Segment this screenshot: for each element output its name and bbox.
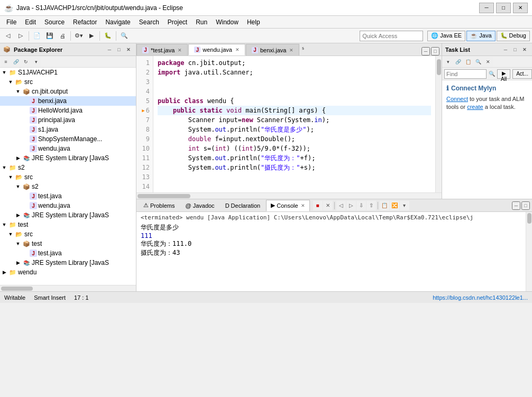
tab-javadoc[interactable]: @ Javadoc	[180, 200, 219, 211]
editor-maximize[interactable]: □	[431, 47, 439, 56]
toolbar-print[interactable]: 🖨	[57, 30, 68, 42]
close-task[interactable]: ✕	[520, 45, 529, 54]
tab-more[interactable]: ⁵	[300, 45, 306, 53]
tab-close-icon[interactable]: ✕	[289, 48, 293, 53]
list-item[interactable]: ▼ 📦 s2	[0, 182, 136, 191]
list-item[interactable]: J wendu.java	[0, 201, 136, 210]
list-item[interactable]: ▼ 📦 cn.jbit.output	[0, 87, 136, 96]
list-item[interactable]: ▼ 📂 src	[0, 229, 136, 239]
toolbar-debug[interactable]: 🐛	[102, 30, 114, 42]
list-item[interactable]: J test.java	[0, 191, 136, 201]
tab-problems[interactable]: ⚠ Problems	[139, 200, 179, 211]
maximize-panel-btn[interactable]: □	[115, 45, 123, 54]
list-item[interactable]: J test.java	[0, 248, 136, 258]
persp-debug[interactable]: 🐛 Debug	[497, 31, 530, 41]
window-controls[interactable]: ─ □ ✕	[479, 3, 528, 13]
tab-close-icon[interactable]: ✕	[301, 203, 305, 208]
minimize-task[interactable]: ─	[501, 45, 510, 54]
console-tb-stop[interactable]: ■	[313, 201, 323, 210]
task-tb-2[interactable]: 🔗	[453, 57, 463, 67]
ptb-more[interactable]: ▾	[31, 57, 41, 67]
persp-java[interactable]: ☕ Java	[466, 31, 495, 41]
toolbar-search[interactable]: 🔍	[118, 30, 130, 42]
menu-run[interactable]: Run	[191, 16, 212, 28]
persp-java-ee[interactable]: 🌐 Java EE	[427, 31, 465, 41]
list-item[interactable]: J s1.java	[0, 125, 136, 134]
tab-test-java[interactable]: J *test.java ✕	[136, 44, 188, 56]
code-editor[interactable]: package cn.jbit.output; import java.util…	[153, 56, 435, 192]
list-item[interactable]: J ShopSystemManage...	[0, 134, 136, 144]
menu-search[interactable]: Search	[135, 16, 163, 28]
connect-link[interactable]: Connect	[446, 96, 468, 102]
find-input[interactable]	[444, 69, 487, 79]
console-tb-6[interactable]: 🔀	[390, 201, 399, 210]
tab-benxi-java[interactable]: J benxi.java ✕	[246, 44, 300, 56]
list-item[interactable]: ▶ 📁 wendu	[0, 267, 136, 277]
list-item[interactable]: ▶ 📚 JRE System Library [JavaS	[0, 153, 136, 163]
package-explorer-hscroll[interactable]	[0, 285, 136, 291]
bottom-maximize[interactable]: □	[521, 201, 530, 210]
list-item[interactable]: ▼ 📁 s2	[0, 163, 136, 172]
act-button[interactable]: Act...	[512, 69, 532, 79]
maximize-task[interactable]: □	[511, 45, 519, 54]
tab-close-icon[interactable]: ✕	[178, 48, 182, 53]
tab-declaration[interactable]: D Declaration	[221, 200, 265, 211]
console-text[interactable]: <terminated> wendu [Java Application] C:…	[136, 212, 526, 291]
toolbar-btn-2[interactable]: ▷	[15, 30, 26, 42]
tab-wendu-java[interactable]: J wendu.java ✕	[188, 44, 245, 56]
console-tb-2[interactable]: ▷	[346, 201, 356, 210]
list-item[interactable]: ▼ 📁 S1JAVACHP1	[0, 68, 136, 77]
list-item[interactable]: ▼ 📂 src	[0, 77, 136, 87]
quick-access-input[interactable]	[360, 31, 423, 41]
close-button[interactable]: ✕	[513, 3, 528, 13]
menu-navigate[interactable]: Navigate	[101, 16, 134, 28]
editor-hscroll[interactable]	[136, 192, 442, 199]
list-item[interactable]: J wendu.java	[0, 144, 136, 153]
menu-edit[interactable]: Edit	[21, 16, 40, 28]
menu-project[interactable]: Project	[163, 16, 191, 28]
minimize-button[interactable]: ─	[479, 3, 494, 13]
ptb-collapse[interactable]: ≡	[1, 57, 11, 67]
toolbar-btn-1[interactable]: ◁	[2, 30, 14, 42]
tab-close-icon[interactable]: ✕	[235, 47, 240, 52]
menu-source[interactable]: Source	[40, 16, 69, 28]
editor-minimize[interactable]: ─	[421, 47, 430, 56]
console-vscroll[interactable]	[526, 212, 532, 291]
menu-refactor[interactable]: Refactor	[69, 16, 101, 28]
task-tb-3[interactable]: 📋	[463, 57, 473, 67]
menu-window[interactable]: Window	[212, 16, 243, 28]
task-tb-1[interactable]: ▾	[443, 57, 453, 67]
menu-help[interactable]: Help	[243, 16, 264, 28]
list-item[interactable]: ▼ 📁 test	[0, 220, 136, 229]
editor-vscroll[interactable]	[435, 56, 442, 192]
toolbar-run[interactable]: ▶	[86, 30, 97, 42]
list-item[interactable]: ▼ 📦 test	[0, 239, 136, 248]
maximize-button[interactable]: □	[496, 3, 511, 13]
create-link[interactable]: create	[467, 104, 483, 110]
ptb-refresh[interactable]: ↻	[21, 57, 31, 67]
list-item[interactable]: J HelloWorld.java	[0, 106, 136, 115]
list-item[interactable]: J principal.java	[0, 115, 136, 125]
bottom-minimize[interactable]: ─	[512, 201, 520, 210]
ptb-link[interactable]: 🔗	[11, 57, 21, 67]
close-panel-btn[interactable]: ✕	[124, 45, 133, 54]
console-tb-5[interactable]: 📋	[380, 201, 389, 210]
list-item[interactable]: ▼ 📂 src	[0, 172, 136, 182]
toolbar-run-dropdown[interactable]: ⚙▾	[73, 30, 85, 42]
menu-file[interactable]: File	[2, 16, 21, 28]
list-item[interactable]: ▶ 📚 JRE System Library [JavaS	[0, 258, 136, 267]
list-item[interactable]: ▶ 📚 JRE System Library [JavaS	[0, 210, 136, 220]
toolbar-save[interactable]: 💾	[44, 30, 56, 42]
task-tb-4[interactable]: 🔍	[473, 57, 483, 67]
toolbar-new[interactable]: 📄	[31, 30, 43, 42]
list-item[interactable]: J benxi.java	[0, 96, 136, 106]
tab-console[interactable]: ▶ Console ✕	[266, 200, 309, 211]
minimize-panel-btn[interactable]: ─	[105, 45, 114, 54]
console-tb-7[interactable]: ▾	[400, 201, 409, 210]
console-tb-3[interactable]: ⇩	[356, 201, 366, 210]
task-tb-5[interactable]: ✕	[483, 57, 493, 67]
console-tb-1[interactable]: ◁	[336, 201, 346, 210]
all-button[interactable]: ▶ All	[497, 69, 510, 79]
console-tb-remove[interactable]: ✕	[323, 201, 333, 210]
console-tb-4[interactable]: ⇧	[366, 201, 376, 210]
